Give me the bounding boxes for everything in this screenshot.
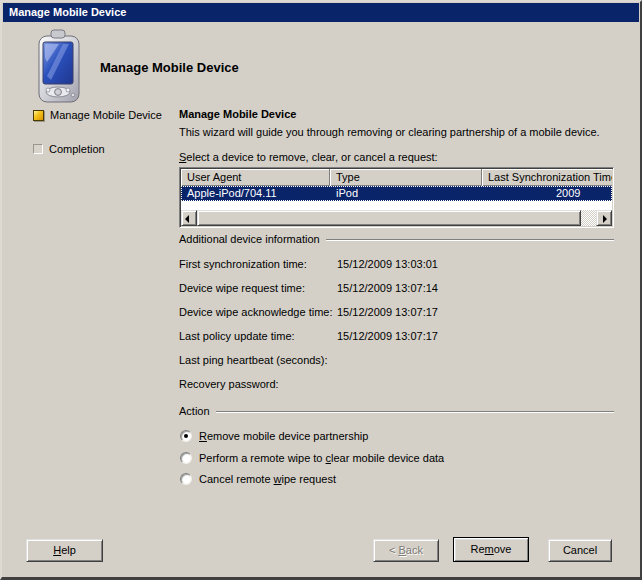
device-list-label: Select a device to remove, clear, or can…: [179, 151, 438, 163]
radio-cancel-wipe[interactable]: Cancel remote wipe request: [180, 473, 336, 485]
manage-mobile-device-wizard: Manage Mobile Device Manage Mobil: [0, 0, 642, 580]
radio-label: Cancel remote wipe request: [199, 473, 336, 485]
scrollbar-track[interactable]: [581, 210, 596, 226]
radio-button-icon[interactable]: [180, 430, 192, 442]
back-button[interactable]: < Back: [373, 539, 439, 562]
field-value: 15/12/2009 13:03:01: [337, 258, 438, 270]
radio-remove-partnership[interactable]: Remove mobile device partnership: [180, 430, 368, 442]
cell-type: iPod: [330, 186, 482, 201]
field-value: 15/12/2009 13:07:17: [337, 306, 438, 318]
field-label: Device wipe request time:: [179, 282, 305, 294]
mobile-device-icon: [29, 28, 91, 108]
section-heading: Manage Mobile Device: [179, 108, 296, 120]
scrollbar-thumb[interactable]: [197, 210, 581, 226]
column-header-user-agent[interactable]: User Agent: [181, 169, 330, 186]
window-title: Manage Mobile Device: [9, 6, 126, 18]
title-bar[interactable]: Manage Mobile Device: [3, 3, 639, 22]
radio-remote-wipe[interactable]: Perform a remote wipe to clear mobile de…: [180, 452, 444, 464]
scroll-right-arrow[interactable]: [596, 210, 612, 226]
radio-label: Remove mobile device partnership: [199, 430, 368, 442]
field-value: 15/12/2009 13:07:14: [337, 282, 438, 294]
help-button[interactable]: Help: [26, 539, 103, 562]
cell-user-agent: Apple-iPod/704.11: [181, 186, 330, 201]
sidebar-item-manage-mobile-device: Manage Mobile Device: [33, 109, 162, 121]
device-list-header: User Agent Type Last Synchronization Tim…: [181, 169, 612, 186]
radio-label: Perform a remote wipe to clear mobile de…: [199, 452, 444, 464]
device-info-section-label: Additional device information: [179, 233, 326, 245]
sidebar-item-completion: Completion: [33, 143, 105, 155]
field-label: Device wipe acknowledge time:: [179, 306, 332, 318]
step-pending-icon: [33, 144, 43, 154]
wizard-description: This wizard will guide you through remov…: [179, 126, 619, 138]
scroll-left-arrow[interactable]: [181, 210, 197, 226]
list-empty-area: [181, 201, 612, 210]
action-section-header: Action: [179, 405, 614, 417]
page-title: Manage Mobile Device: [100, 60, 239, 75]
field-label: Recovery password:: [179, 378, 279, 390]
sidebar-item-label: Manage Mobile Device: [50, 109, 162, 121]
device-info-section-header: Additional device information: [179, 233, 614, 245]
cancel-button[interactable]: Cancel: [548, 539, 612, 562]
sidebar-item-label: Completion: [49, 143, 105, 155]
section-divider: [216, 411, 614, 413]
field-label: Last ping heartbeat (seconds):: [179, 354, 328, 366]
radio-button-icon[interactable]: [180, 473, 192, 485]
cell-last-sync: 2009: [482, 186, 612, 201]
field-label: Last policy update time:: [179, 330, 295, 342]
action-section-label: Action: [179, 405, 216, 417]
section-divider: [326, 239, 614, 241]
column-header-type[interactable]: Type: [330, 169, 482, 186]
step-active-icon: [33, 110, 44, 121]
remove-button[interactable]: Remove: [453, 537, 529, 562]
device-list: User Agent Type Last Synchronization Tim…: [179, 167, 614, 228]
field-label: First synchronization time:: [179, 258, 307, 270]
radio-button-icon[interactable]: [180, 452, 192, 464]
field-value: 15/12/2009 13:07:17: [337, 330, 438, 342]
column-header-last-sync[interactable]: Last Synchronization Time: [482, 169, 612, 186]
table-row[interactable]: Apple-iPod/704.11 iPod 2009: [181, 186, 612, 201]
horizontal-scrollbar: [181, 210, 612, 226]
